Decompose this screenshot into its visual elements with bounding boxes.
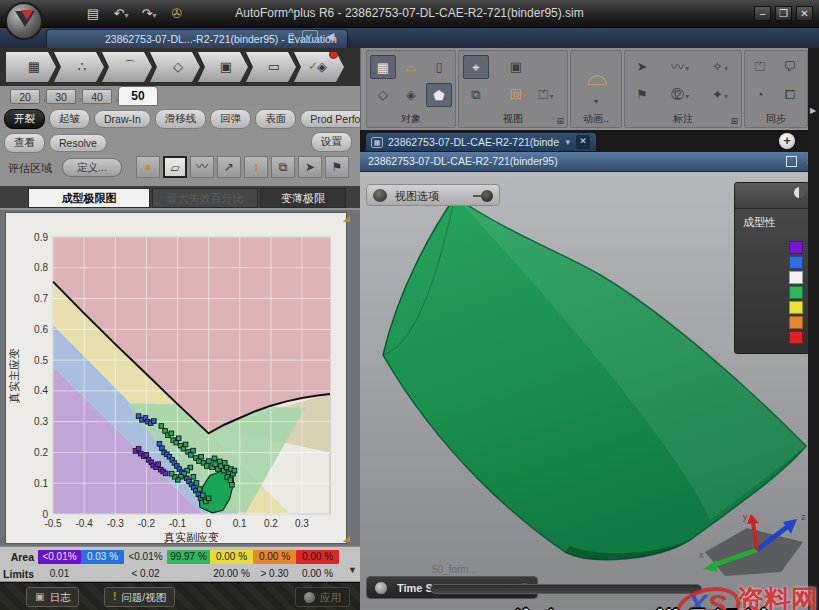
tab-max-failure[interactable]: 最大失效百分比 bbox=[152, 188, 258, 208]
flag-icon[interactable]: ⚑ bbox=[325, 156, 349, 178]
close-button[interactable]: ✕ bbox=[796, 6, 813, 21]
die-tool-icon[interactable]: ▦ bbox=[370, 55, 396, 79]
viewport-3d[interactable]: 视图选项 成型性 x z y bbox=[360, 172, 819, 610]
compare-icon[interactable]: ⧉ bbox=[271, 156, 295, 178]
surface-icon[interactable]: 〰 bbox=[190, 156, 214, 178]
sphere-icon[interactable]: ● bbox=[136, 156, 160, 178]
resize-grip-icon[interactable]: ◢ bbox=[343, 213, 350, 223]
camera-view-icon[interactable]: ⏍▾ bbox=[533, 83, 559, 107]
result-button-起皱[interactable]: 起皱 bbox=[49, 109, 90, 129]
result-buttons-row2: 查看Resolve设置 bbox=[4, 132, 358, 154]
legend-limit-value: 0.00 % bbox=[296, 567, 339, 581]
thickening-points bbox=[144, 453, 149, 458]
log-button[interactable]: ▣ 日志 bbox=[26, 587, 79, 607]
legend-limit-value: < 0.02 bbox=[124, 567, 167, 581]
legend-area-cell: 0.00 % bbox=[210, 550, 253, 564]
sheet-sync-icon[interactable]: ⧠ bbox=[777, 83, 803, 107]
process-step-tab-50[interactable]: 50 bbox=[118, 86, 158, 106]
time-step-slider[interactable] bbox=[430, 584, 702, 594]
label-flag-icon[interactable]: ⚑ bbox=[629, 83, 655, 107]
form-icon[interactable]: ⌒ bbox=[102, 52, 152, 82]
formability-swatch[interactable] bbox=[789, 241, 803, 254]
zoom-box-icon[interactable]: 回 bbox=[503, 83, 529, 107]
process-step-tab-30[interactable]: 30› bbox=[46, 89, 76, 104]
tab-thinning-limit[interactable]: 变薄极限 bbox=[260, 188, 346, 208]
result-button-表面[interactable]: 表面 bbox=[255, 109, 296, 129]
process-step-tab-20[interactable]: 20› bbox=[10, 89, 40, 104]
formability-swatch[interactable] bbox=[789, 286, 803, 299]
label-callout-icon[interactable]: 🗩 bbox=[777, 55, 803, 79]
formability-swatch[interactable] bbox=[789, 256, 803, 269]
define-button[interactable]: 定义... bbox=[62, 158, 122, 177]
autoform-logo-icon[interactable] bbox=[5, 2, 43, 40]
title-bar: ▤ ↶▾ ↷▾ ✇ AutoForm^plus R6 - 23862753-07… bbox=[0, 0, 819, 28]
animation-icon[interactable]: ⌓ bbox=[575, 57, 619, 97]
formability-swatch[interactable] bbox=[789, 271, 803, 284]
resize-grip-icon[interactable]: ◢ bbox=[343, 533, 350, 543]
view-options-bar[interactable]: 视图选项 bbox=[366, 184, 500, 206]
record-camera-icon[interactable]: ⏍ bbox=[747, 55, 773, 79]
result-button-查看[interactable]: 查看 bbox=[4, 133, 45, 153]
pin-slider-icon[interactable]: ▯ bbox=[288, 30, 294, 43]
apply-button[interactable]: 应用 bbox=[295, 587, 350, 607]
section-icon[interactable]: ⧉ bbox=[463, 83, 489, 107]
blank-flat-icon[interactable]: ◇ bbox=[370, 83, 396, 107]
legend-area-label: Area bbox=[0, 551, 38, 563]
collapse-panel-icon[interactable]: ◀ bbox=[326, 30, 334, 43]
alert-badge-icon bbox=[329, 50, 338, 59]
binder-icon[interactable]: ⌓ bbox=[398, 55, 424, 79]
result-button-Resolve[interactable]: Resolve bbox=[49, 134, 107, 152]
viewport-tab-dropdown-icon[interactable]: ▾ bbox=[565, 133, 570, 152]
viewport-tab-strip: ▦ 23862753-07-DL-CAE-R2-721(binde ▾ ✕ + bbox=[360, 130, 819, 152]
time-step-name: 50_form... bbox=[432, 564, 477, 575]
process-step-tab-40[interactable]: 40› bbox=[82, 89, 112, 104]
pointer-icon[interactable]: ➤ bbox=[298, 156, 322, 178]
formability-swatch[interactable] bbox=[789, 301, 803, 314]
result-button-Draw-In[interactable]: Draw-In bbox=[94, 110, 151, 128]
axes-icon[interactable]: ⌖ bbox=[463, 55, 489, 79]
fld-chart[interactable]: -0.5-0.4-0.3-0.2-0.100.10.20.300.10.20.3… bbox=[5, 212, 347, 544]
legend-scroll-down-icon[interactable]: ▼ bbox=[348, 565, 357, 575]
issues-button[interactable]: ! 问题/视图 bbox=[104, 587, 175, 607]
viewport-restore-icon[interactable] bbox=[786, 156, 797, 167]
export-icon[interactable]: ↗ bbox=[217, 156, 241, 178]
legend-collapse-icon[interactable] bbox=[794, 187, 805, 198]
cursor-pick-icon[interactable]: ➤ bbox=[629, 55, 655, 79]
result-part-icon[interactable]: ◈✓ bbox=[294, 52, 344, 82]
clip-box-icon[interactable]: ▣ bbox=[503, 55, 529, 79]
blank-dots-icon[interactable]: ∴ bbox=[54, 52, 104, 82]
result-button-开裂[interactable]: 开裂 bbox=[4, 109, 45, 129]
formability-swatch[interactable] bbox=[789, 331, 803, 344]
result-button-回弹[interactable]: 回弹 bbox=[210, 109, 251, 129]
settings-button[interactable]: 设置 bbox=[311, 132, 352, 152]
maximize-button[interactable]: ❐ bbox=[775, 6, 792, 21]
viewport-tab[interactable]: ▦ 23862753-07-DL-CAE-R2-721(binde ▾ ✕ bbox=[365, 132, 597, 152]
result-button-滑移线[interactable]: 滑移线 bbox=[155, 109, 207, 129]
lasso-star-icon[interactable]: ✧▾ bbox=[707, 55, 733, 79]
press-icon[interactable]: ▣ bbox=[198, 52, 248, 82]
formability-swatch[interactable] bbox=[789, 316, 803, 329]
tasks-checklist-icon[interactable]: ✓ bbox=[302, 30, 318, 43]
view-options-toggle[interactable] bbox=[481, 190, 493, 202]
monitor-1101-icon[interactable]: ▭ bbox=[246, 52, 296, 82]
fld-plot-icon[interactable]: ▱ bbox=[163, 156, 187, 178]
section-line-icon[interactable]: 〰▾ bbox=[667, 55, 693, 79]
part-result-icon[interactable]: ⬟ bbox=[426, 83, 452, 107]
clock-icon[interactable]: ◔ bbox=[747, 83, 773, 107]
add-viewport-button[interactable]: + bbox=[779, 133, 795, 149]
measure-icon[interactable]: ↕ bbox=[244, 156, 268, 178]
viewport-tab-close-icon[interactable]: ✕ bbox=[576, 135, 590, 149]
die-icon[interactable]: ▦ bbox=[6, 52, 56, 82]
annotation-grid-icon[interactable]: ⊞ bbox=[730, 116, 738, 126]
value-123-icon[interactable]: ⑫▾ bbox=[667, 83, 693, 107]
animation-dropdown-icon[interactable]: ▾ bbox=[585, 97, 607, 109]
minimize-button[interactable]: – bbox=[754, 6, 771, 21]
view-grid-icon[interactable]: ⊞ bbox=[556, 116, 564, 126]
lasso-values-icon[interactable]: ✦▾ bbox=[707, 83, 733, 107]
blank-tilted-icon[interactable]: ◈ bbox=[398, 83, 424, 107]
sheet-vertical-icon[interactable]: ▯ bbox=[426, 55, 452, 79]
safe-points bbox=[213, 462, 218, 467]
tab-forming-limit-diagram[interactable]: 成型极限图 bbox=[28, 188, 150, 208]
clock-icon bbox=[374, 581, 388, 595]
sheet-icon[interactable]: ◇ bbox=[150, 52, 200, 82]
